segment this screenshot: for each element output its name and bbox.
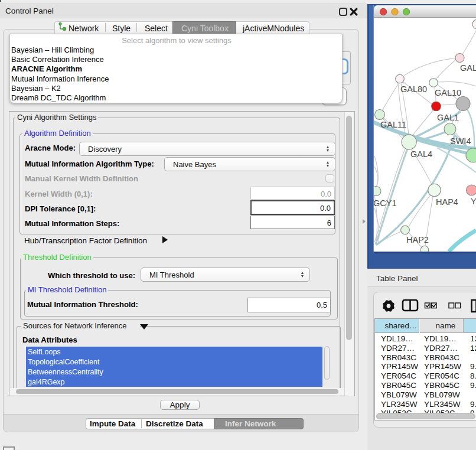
svg-text:HAP2: HAP2 [406, 235, 429, 244]
svg-text:GAL4: GAL4 [410, 149, 432, 159]
svg-text:SWI4: SWI4 [450, 136, 471, 146]
svg-text:GAL11: GAL11 [380, 120, 406, 129]
svg-text:GAL: GAL [460, 63, 476, 73]
svg-text:Y: Y [471, 197, 476, 206]
svg-text:HAP4: HAP4 [436, 197, 458, 207]
svg-text:GAL80: GAL80 [400, 84, 427, 94]
svg-text:GCY1: GCY1 [374, 198, 397, 208]
svg-text:GAL10: GAL10 [435, 88, 461, 97]
svg-text:GAL1: GAL1 [437, 113, 459, 122]
